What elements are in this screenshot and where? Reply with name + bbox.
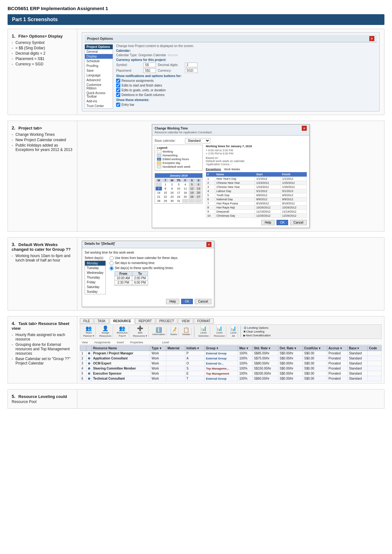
- tab-file[interactable]: FILE: [80, 318, 93, 324]
- radio-base-cal[interactable]: [110, 256, 114, 260]
- checkbox-dates-input[interactable]: [116, 83, 120, 87]
- day-saturday[interactable]: Saturday: [85, 285, 105, 289]
- cal-d-31[interactable]: 31: [175, 199, 182, 203]
- cal-d-16[interactable]: 16: [169, 191, 175, 195]
- cal-d-18[interactable]: 18: [182, 191, 188, 195]
- toolbar-notes[interactable]: 📝 Notes: [169, 328, 179, 336]
- exc-row-2[interactable]: 2Chinese New Year1/23/20121/25/2012: [206, 181, 307, 185]
- sidebar-item-schedule[interactable]: Schedule: [85, 59, 113, 63]
- checkbox-entry-bar-input[interactable]: [116, 103, 120, 107]
- currency-code-input[interactable]: SGD: [185, 68, 198, 73]
- cal-d-15[interactable]: 15: [162, 191, 169, 195]
- cal-d-26[interactable]: 26: [189, 195, 195, 199]
- exc-row-7[interactable]: 7Hari Raya Puasa8/19/20128/19/2012: [206, 202, 307, 206]
- cal-d-19[interactable]: 19: [189, 191, 195, 195]
- exc-row-9[interactable]: 9Deepavali11/13/201211/14/2012: [206, 210, 307, 214]
- exc-row-3[interactable]: 3Chinese New Year1/24/20121/26/2012: [206, 185, 307, 189]
- sidebar-item-advanced[interactable]: Advanced: [85, 78, 113, 82]
- resource-row-3[interactable]: 3 ⊕ OCM Expert Work O External Gr... 100…: [80, 361, 382, 366]
- cal-d-21[interactable]: 21: [156, 195, 162, 199]
- cal-d-17[interactable]: 17: [175, 191, 182, 195]
- toolbar-level-all[interactable]: 📊 Level All: [229, 326, 238, 337]
- tab-project[interactable]: PROJECT: [156, 318, 178, 324]
- symbol-input[interactable]: S$: [143, 63, 156, 67]
- cal-d-28[interactable]: 28: [156, 199, 162, 203]
- dww-help-button[interactable]: Help: [166, 299, 180, 304]
- exc-row-1[interactable]: 1New Year's Day1/1/20121/1/2012: [206, 177, 307, 181]
- tab-format[interactable]: FORMAT: [194, 318, 214, 324]
- sidebar-item-qat[interactable]: Quick Access Toolbar: [85, 91, 113, 99]
- resource-row-1[interactable]: 1 ⊕ Program / Project Manager Work P Ext…: [80, 351, 382, 356]
- cal-d-24[interactable]: 24: [175, 195, 182, 199]
- day-thursday[interactable]: Thursday: [85, 275, 105, 280]
- exceptions-tab[interactable]: Exceptions: [206, 168, 221, 171]
- cal-d-9[interactable]: 9: [169, 187, 175, 190]
- cal-d-1[interactable]: 1: [162, 183, 169, 186]
- sidebar-item-customize[interactable]: Customize Ribbon: [85, 82, 113, 91]
- checkbox-deletions-input[interactable]: [116, 93, 120, 97]
- toolbar-resource[interactable]: 👥 Resource Pool ▾: [116, 326, 129, 337]
- close-button[interactable]: ×: [369, 36, 374, 41]
- cal-d-13[interactable]: 13: [195, 187, 202, 190]
- tab-resource[interactable]: RESOURCE: [110, 318, 135, 324]
- tab-task[interactable]: TASK: [94, 318, 109, 324]
- day-tuesday[interactable]: Tuesday: [85, 266, 105, 270]
- cwt-close-button[interactable]: ×: [302, 126, 307, 131]
- toolbar-add[interactable]: ➕ Add Resources ▾: [132, 326, 148, 337]
- calendar-type-dropdown[interactable]: [168, 55, 177, 56]
- day-wednesday[interactable]: Wednesday: [85, 270, 105, 275]
- dww-close-button[interactable]: ×: [206, 242, 211, 247]
- cal-d-14[interactable]: 14: [156, 191, 162, 195]
- sidebar-item-proofing[interactable]: Proofing: [85, 63, 113, 68]
- dww-cancel-button[interactable]: Cancel: [195, 299, 211, 304]
- resource-row-6[interactable]: 6 ⊕ Technical Consultant Work T External…: [80, 376, 382, 381]
- day-monday[interactable]: Monday: [85, 261, 105, 266]
- day-sunday[interactable]: Sunday: [85, 289, 105, 294]
- cal-d-empty1[interactable]: [156, 183, 162, 186]
- cal-d-25[interactable]: 25: [182, 195, 188, 199]
- cal-d-20[interactable]: 20: [195, 191, 202, 195]
- sidebar-item-display[interactable]: Display: [85, 54, 113, 59]
- cal-d-6[interactable]: 6: [195, 183, 202, 186]
- cal-d-29[interactable]: 29: [162, 199, 169, 203]
- radio-nonworking[interactable]: [110, 261, 114, 265]
- toolbar-clear-leveling[interactable]: ✖ Clear Leveling: [243, 330, 271, 333]
- cal-d-2[interactable]: 2: [169, 183, 175, 186]
- toolbar-next-overalloc[interactable]: ▶ Next Overallocation: [243, 334, 271, 337]
- checkbox-resource-input[interactable]: [116, 79, 120, 83]
- sidebar-item-language[interactable]: Language: [85, 73, 113, 78]
- tab-report[interactable]: REPORT: [135, 318, 155, 324]
- resource-row-2[interactable]: 2 ⊕ Application Consultant Work A Extern…: [80, 356, 382, 361]
- tab-view[interactable]: VIEW: [178, 318, 193, 324]
- sidebar-item-general[interactable]: General: [85, 49, 113, 54]
- cal-d-10[interactable]: 10: [175, 187, 182, 190]
- decimal-input[interactable]: 2: [185, 63, 198, 67]
- work-weeks-tab[interactable]: Work Weeks: [224, 168, 240, 171]
- toolbar-info[interactable]: ℹ️ Information: [151, 328, 167, 336]
- sidebar-item-trust[interactable]: Trust Center: [85, 104, 113, 108]
- cal-d-27[interactable]: 27: [195, 195, 202, 199]
- cal-d-12[interactable]: 12: [189, 187, 195, 190]
- cal-d-22[interactable]: 22: [162, 195, 169, 199]
- cal-d-7[interactable]: 7: [156, 187, 162, 190]
- exc-row-10[interactable]: 10Christmas Day12/25/201212/25/2012: [206, 214, 307, 218]
- cal-d-4[interactable]: 4: [182, 183, 188, 186]
- cwt-help-button[interactable]: Help: [261, 220, 275, 225]
- cal-d-11[interactable]: 11: [182, 187, 188, 190]
- day-friday[interactable]: Friday: [85, 280, 105, 285]
- resource-row-4[interactable]: 4 ⊕ Steering Committee Member Work S Top…: [80, 366, 382, 371]
- toolbar-team[interactable]: 👥 Team Planner ▾: [82, 326, 96, 337]
- exc-row-8[interactable]: 8Hari Raya Haji10/26/201210/26/2012: [206, 206, 307, 210]
- sidebar-item-save[interactable]: Save: [85, 68, 113, 73]
- cwt-base-cal-dropdown[interactable]: Standard: [185, 138, 210, 143]
- sidebar-item-addins[interactable]: Add-ins: [85, 99, 113, 104]
- cal-d-5[interactable]: 5: [189, 183, 195, 186]
- toolbar-assign[interactable]: 👤 Assign Resources: [98, 326, 113, 337]
- toolbar-leveling-options[interactable]: ⚙️ Leveling Options: [243, 326, 271, 329]
- toolbar-level-sel[interactable]: 📊 Level Selection: [197, 326, 210, 337]
- checkbox-edits-input[interactable]: [116, 88, 120, 92]
- radio-specific[interactable]: [110, 266, 114, 270]
- cal-d-8[interactable]: 8: [162, 187, 169, 190]
- exc-row-6[interactable]: 6National Day8/9/20128/9/2012: [206, 197, 307, 202]
- placement-input[interactable]: S$1: [143, 68, 156, 73]
